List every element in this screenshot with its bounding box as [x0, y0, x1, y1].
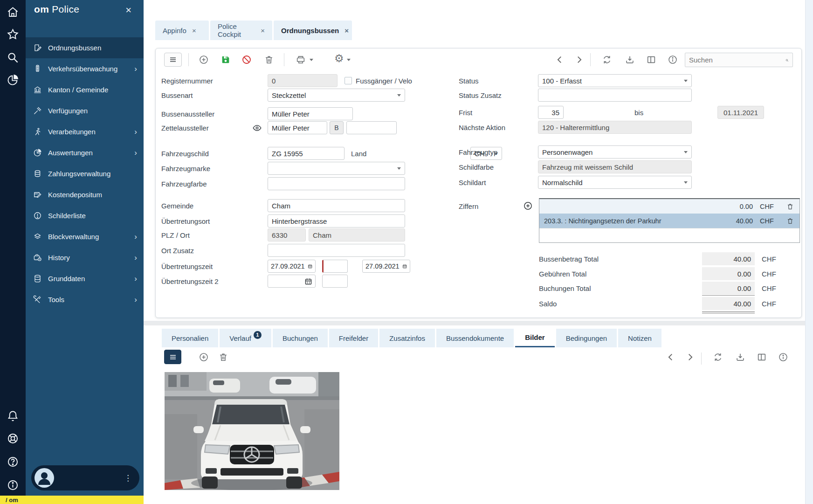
fahrzeugtyp-select[interactable]: Personenwagen [538, 145, 692, 159]
settings-dropdown-caret[interactable] [347, 59, 351, 61]
favorites-star-icon[interactable] [7, 28, 19, 41]
close-icon[interactable]: × [192, 27, 196, 35]
sidebar-item-history[interactable]: History › [26, 247, 144, 268]
tab-verlauf[interactable]: Verlauf1 [220, 329, 271, 347]
tab-freifelder[interactable]: Freifelder [329, 329, 378, 347]
download-icon[interactable] [625, 55, 635, 65]
search-input[interactable] [685, 56, 785, 64]
tab-police-cockpit[interactable]: Police Cockpit × [210, 21, 272, 40]
sidebar-item-blockverwaltung[interactable]: Blockverwaltung › [26, 226, 144, 247]
eye-icon[interactable] [252, 123, 262, 133]
tab-notizen[interactable]: Notizen [618, 329, 661, 347]
notifications-bell-icon[interactable] [7, 409, 19, 422]
uebertretungszeit-date2-input[interactable]: 27.09.2021 [362, 260, 410, 273]
sidebar-close-icon[interactable]: × [125, 4, 131, 16]
gemeinde-input[interactable] [268, 199, 405, 212]
next-record-icon[interactable] [574, 55, 584, 65]
tab-bilder[interactable]: Bilder [515, 329, 555, 347]
ziffer-row[interactable]: 0.00 CHF [539, 199, 799, 214]
tab-personalien[interactable]: Personalien [162, 329, 218, 347]
zettelaussteller-b-button[interactable]: B [330, 121, 344, 134]
fussgaenger-velo-checkbox[interactable] [344, 77, 352, 84]
fahrzeugschild-input[interactable] [268, 147, 344, 160]
sidebar-item-verfuegungen[interactable]: Verfügungen [26, 100, 144, 121]
previous-image-icon[interactable] [666, 352, 676, 362]
tab-ordnungsbussen[interactable]: Ordnungsbussen × [274, 21, 352, 40]
status-zusatz-input[interactable] [538, 89, 692, 102]
support-lifebuoy-icon[interactable] [7, 432, 19, 445]
cancel-icon[interactable] [241, 55, 252, 65]
search-icon[interactable] [7, 51, 19, 64]
tab-bussendokumente[interactable]: Bussendokumente [436, 329, 514, 347]
kebab-menu-icon[interactable]: ⋮ [124, 473, 132, 483]
close-icon[interactable]: × [344, 27, 349, 35]
sidebar-item-auswertungen[interactable]: Auswertungen › [26, 142, 144, 163]
help-icon[interactable] [7, 456, 19, 468]
sidebar-item-schilderliste[interactable]: Schilderliste [26, 205, 144, 226]
scrollbar[interactable] [805, 0, 813, 504]
uebertretungszeit-date-input[interactable]: 27.09.2021 [268, 260, 316, 273]
delete-ziffer-icon[interactable] [781, 203, 799, 210]
zettelaussteller-input-2[interactable] [346, 121, 397, 134]
fahrzeugmarke-select[interactable] [268, 162, 405, 175]
bussenart-select[interactable]: Steckzettel [268, 89, 405, 102]
uebertretungszeit2-date-input[interactable] [268, 275, 316, 288]
tab-zusatzinfos[interactable]: Zusatzinfos [379, 329, 435, 347]
download-icon[interactable] [735, 352, 745, 362]
close-icon[interactable]: × [261, 27, 265, 35]
columns-icon[interactable] [646, 55, 656, 65]
ziffer-row-empty[interactable] [539, 228, 799, 242]
sidebar-item-verkehrsueberwachung[interactable]: Verkehrsüberwachung › [26, 58, 144, 79]
sidebar-item-verarbeitungen[interactable]: Verarbeitungen › [26, 121, 144, 142]
add-image-icon[interactable] [199, 352, 209, 362]
ziffer-row-selected[interactable]: 203.3. : Nichtingangsetzen der Parkuhr 4… [539, 214, 799, 228]
refresh-icon[interactable] [602, 55, 612, 65]
sidebar-item-zahlungsverwaltung[interactable]: Zahlungsverwaltung [26, 163, 144, 184]
tab-buchungen[interactable]: Buchungen [273, 329, 328, 347]
add-record-icon[interactable] [199, 55, 209, 65]
zettelaussteller-input[interactable] [268, 121, 327, 134]
uebertretungszeit2-time-input[interactable] [322, 275, 348, 288]
info-icon[interactable] [7, 479, 19, 491]
sidebar-item-grunddaten[interactable]: Grunddaten › [26, 268, 144, 289]
status-select[interactable]: 100 - Erfasst [538, 74, 692, 87]
sidebar-item-kostendepositum[interactable]: Kostendepositum [26, 184, 144, 205]
bussenaussteller-input[interactable] [268, 107, 353, 120]
print-dropdown-caret[interactable] [310, 59, 313, 61]
next-image-icon[interactable] [685, 352, 695, 362]
settings-gear-icon[interactable]: ⚙ [334, 52, 344, 62]
save-icon[interactable] [220, 55, 231, 65]
previous-record-icon[interactable] [555, 55, 565, 65]
delete-image-icon[interactable] [218, 352, 228, 362]
uebertretungsort-input[interactable] [268, 214, 405, 228]
uebertretungszeit-time-input[interactable] [322, 260, 348, 273]
registernummer-input [268, 74, 338, 87]
info-circle-icon[interactable] [778, 352, 788, 362]
calendar-icon[interactable] [308, 262, 312, 270]
tab-appinfo[interactable]: Appinfo × [155, 21, 209, 40]
evidence-photo[interactable] [165, 372, 339, 490]
schildart-select[interactable]: Normalschild [538, 176, 692, 189]
calendar-icon[interactable] [304, 277, 312, 285]
delete-icon[interactable] [264, 55, 274, 65]
columns-icon[interactable] [757, 352, 767, 362]
search-icon[interactable] [785, 55, 789, 64]
list-view-button[interactable] [164, 53, 182, 67]
calendar-icon[interactable] [402, 262, 407, 270]
info-circle-icon[interactable] [668, 55, 678, 65]
sidebar-item-tools[interactable]: Tools › [26, 289, 144, 310]
images-list-view-button[interactable] [164, 350, 181, 364]
print-icon[interactable] [296, 55, 306, 65]
sidebar-item-ordnungsbussen[interactable]: Ordnungsbussen [26, 37, 144, 58]
home-icon[interactable] [7, 6, 19, 18]
frist-input[interactable] [538, 106, 564, 119]
pie-chart-icon[interactable] [7, 74, 19, 86]
refresh-icon[interactable] [713, 352, 723, 362]
fahrzeugfarbe-input[interactable] [268, 177, 405, 190]
add-ziffer-icon[interactable] [523, 201, 533, 211]
user-menu[interactable]: ⋮ [31, 465, 139, 490]
ort-zusatz-input[interactable] [268, 244, 405, 257]
delete-ziffer-icon[interactable] [781, 217, 799, 225]
sidebar-item-kanton-gemeinde[interactable]: Kanton / Gemeinde [26, 79, 144, 100]
tab-bedingungen[interactable]: Bedingungen [556, 329, 617, 347]
